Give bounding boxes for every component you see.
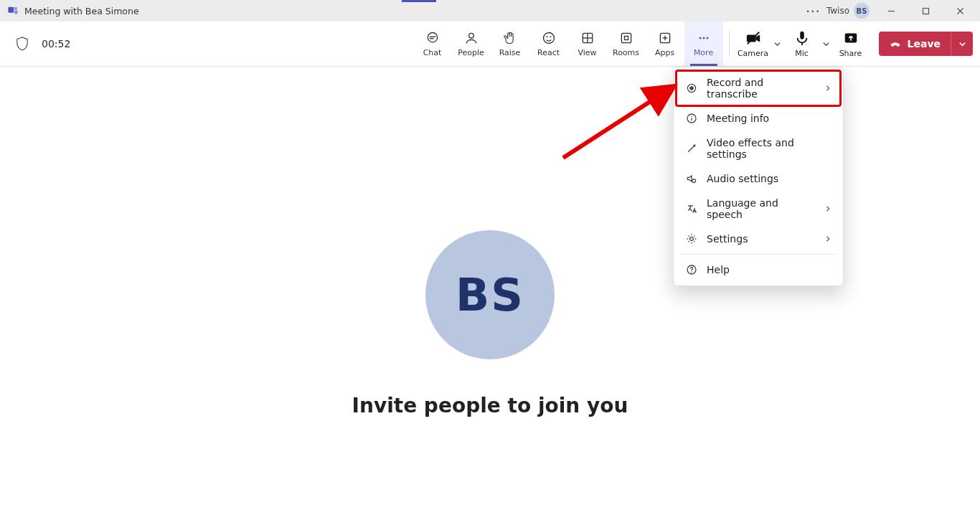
menu-settings-label: Settings [707,233,748,245]
language-icon [685,202,698,215]
camera-chevron[interactable] [771,22,784,66]
menu-video-label: Video effects and settings [707,137,831,160]
svg-rect-18 [624,36,628,39]
svg-point-24 [706,37,708,39]
menu-info-label: Meeting info [707,113,769,124]
participant-initials: BS [456,269,524,321]
help-icon [685,263,698,276]
menu-record-label: Record and transcribe [707,77,816,100]
menu-video-effects[interactable]: Video effects and settings [677,131,840,166]
apps-button[interactable]: Apps [646,22,684,66]
share-label: Share [839,49,862,58]
menu-audio-label: Audio settings [707,173,778,184]
submenu-chevron-icon [824,82,831,94]
account-avatar: BS [854,3,870,19]
svg-point-10 [468,33,473,38]
speaker-settings-icon [685,172,698,185]
svg-point-13 [550,36,551,37]
toolbar-divider [729,31,730,57]
window-minimize-button[interactable] [875,0,907,22]
record-icon [685,82,698,95]
react-label: React [537,48,560,57]
wand-icon [685,142,698,155]
svg-point-23 [702,37,705,39]
menu-help-label: Help [707,264,730,275]
rooms-label: Rooms [613,48,639,57]
meeting-toolbar: 00:52 Chat People Raise React View Rooms [0,22,980,67]
meeting-title: Meeting with Bea Simone [24,6,139,16]
leave-label: Leave [908,38,941,49]
raise-label: Raise [499,48,521,57]
svg-rect-2 [14,10,18,14]
hangup-icon [889,37,902,50]
svg-line-35 [688,146,694,152]
svg-point-36 [692,179,696,183]
meeting-stage: BS Invite people to join you Record and … [0,67,980,520]
accent-bar [402,0,436,2]
svg-rect-17 [621,33,631,42]
people-label: People [458,48,484,57]
svg-point-39 [691,271,692,272]
camera-label: Camera [738,49,768,58]
window-titlebar: Meeting with Bea Simone ··· Twiso BS [0,0,980,22]
svg-line-40 [563,88,671,158]
media-controls: Camera Mic Share [735,22,869,66]
menu-help[interactable]: Help [677,257,840,282]
window-maximize-button[interactable] [910,0,941,22]
svg-rect-4 [923,8,928,14]
menu-language-label: Language and speech [707,197,816,220]
menu-settings[interactable]: Settings [677,227,840,251]
svg-point-12 [546,36,547,37]
annotation-arrow [560,82,682,161]
leave-button[interactable]: Leave [879,32,951,56]
raise-button[interactable]: Raise [491,22,529,66]
gear-icon [685,232,698,245]
meeting-timer: 00:52 [42,38,70,49]
svg-point-11 [543,32,554,43]
leave-chevron[interactable] [951,32,973,56]
menu-record-transcribe[interactable]: Record and transcribe [677,71,840,105]
svg-point-1 [14,7,17,10]
menu-meeting-info[interactable]: Meeting info [677,106,840,131]
account-name: Twiso [826,6,849,16]
people-button[interactable]: People [452,22,491,66]
more-title-icon[interactable]: ··· [806,6,821,16]
mic-label: Mic [795,49,809,58]
window-close-button[interactable] [944,0,976,22]
toolbar-actions: Chat People Raise React View Rooms Apps [413,22,723,66]
menu-language-speech[interactable]: Language and speech [677,192,840,226]
menu-divider [681,254,836,255]
svg-point-31 [689,86,694,90]
mic-button[interactable]: Mic [784,22,820,66]
react-button[interactable]: React [529,22,568,66]
submenu-chevron-icon [824,233,831,245]
participant-avatar: BS [425,230,555,359]
more-label: More [694,48,713,57]
more-dropdown: Record and transcribe Meeting info Video… [673,67,844,286]
teams-logo-icon [7,5,19,16]
svg-rect-27 [800,31,804,39]
chat-button[interactable]: Chat [413,22,452,66]
invite-caption: Invite people to join you [352,394,628,417]
leave-group: Leave [879,32,973,56]
svg-rect-0 [8,7,14,13]
share-button[interactable]: Share [833,22,869,66]
svg-point-34 [691,115,692,116]
shield-icon[interactable] [16,37,29,51]
chat-label: Chat [423,48,442,57]
svg-point-37 [690,237,694,241]
mic-chevron[interactable] [820,22,833,66]
account-pill[interactable]: Twiso BS [824,1,872,20]
submenu-chevron-icon [824,203,831,214]
svg-point-22 [699,37,701,39]
camera-button[interactable]: Camera [735,22,771,66]
view-label: View [578,48,596,57]
more-button[interactable]: More [684,22,723,66]
info-icon [685,112,698,125]
apps-label: Apps [655,48,674,57]
view-button[interactable]: View [568,22,607,66]
menu-audio-settings[interactable]: Audio settings [677,166,840,191]
rooms-button[interactable]: Rooms [607,22,646,66]
svg-point-7 [428,32,437,42]
